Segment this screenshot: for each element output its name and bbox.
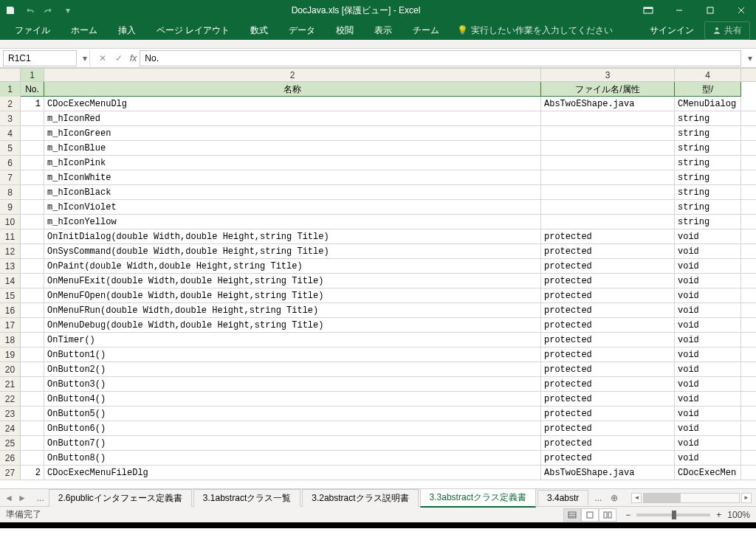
header-type[interactable]: 型/ <box>675 82 741 97</box>
row-header[interactable]: 27 <box>0 466 21 480</box>
ribbon-tab-file[interactable]: ファイル <box>6 21 59 40</box>
row-header[interactable]: 11 <box>0 229 21 243</box>
cell-type[interactable]: string <box>675 111 741 125</box>
cell-file[interactable]: protected <box>541 451 675 465</box>
name-box[interactable]: R1C1 <box>3 50 77 66</box>
cell-type[interactable]: void <box>675 288 741 302</box>
row-header[interactable]: 17 <box>0 318 21 332</box>
cell-no[interactable] <box>21 274 44 288</box>
formula-input[interactable]: No. <box>140 50 741 66</box>
select-all-corner[interactable] <box>0 69 21 81</box>
zoom-slider[interactable] <box>636 513 710 516</box>
cell-name[interactable]: m_hIconPink <box>44 156 541 170</box>
row-header[interactable]: 14 <box>0 274 21 288</box>
scroll-right-icon[interactable]: ► <box>741 493 752 503</box>
ribbon-tab-formulas[interactable]: 数式 <box>241 21 277 40</box>
horizontal-scrollbar[interactable]: ◄ ► <box>631 493 752 503</box>
cell-name[interactable]: OnButton7() <box>44 436 541 450</box>
row-header[interactable]: 25 <box>0 436 21 450</box>
cell-no[interactable] <box>21 170 44 184</box>
cell-name[interactable]: OnButton2() <box>44 362 541 376</box>
scroll-track[interactable] <box>643 493 740 503</box>
cell-name[interactable]: OnInitDialog(double Width,double Height,… <box>44 229 541 243</box>
cell-no[interactable] <box>21 377 44 391</box>
row-header[interactable]: 6 <box>0 156 21 170</box>
qat-dropdown-icon[interactable]: ▾ <box>62 4 74 16</box>
cell-file[interactable]: protected <box>541 421 675 435</box>
zoom-in-icon[interactable]: + <box>716 510 721 520</box>
zoom-thumb[interactable] <box>672 511 676 519</box>
cell-name[interactable]: OnButton1() <box>44 347 541 362</box>
cell-no[interactable] <box>21 318 44 332</box>
cell-type[interactable]: void <box>675 392 741 406</box>
tell-me[interactable]: 💡 実行したい作業を入力してください <box>457 24 613 37</box>
cell-no[interactable] <box>21 362 44 376</box>
cell-no[interactable] <box>21 303 44 317</box>
ribbon-options-icon[interactable] <box>638 3 659 18</box>
cell-no[interactable] <box>21 436 44 450</box>
ribbon-tab-insert[interactable]: 挿入 <box>109 21 145 40</box>
cell-name[interactable]: OnMenuFRun(double Width,double Height,st… <box>44 303 541 317</box>
cell-file[interactable]: protected <box>541 244 675 258</box>
share-button[interactable]: 共有 <box>704 21 750 40</box>
cell-type[interactable]: void <box>675 451 741 465</box>
cell-file[interactable]: protected <box>541 229 675 243</box>
row-header[interactable]: 7 <box>0 170 21 184</box>
cell-name[interactable]: OnTimer() <box>44 333 541 347</box>
cell-file[interactable] <box>541 200 675 214</box>
cell-type[interactable]: void <box>675 229 741 243</box>
cell-name[interactable]: OnButton3() <box>44 377 541 391</box>
cell-name[interactable]: OnMenuFExit(double Width,double Height,s… <box>44 274 541 288</box>
cell-type[interactable]: CMenuDialog <box>675 97 741 111</box>
cell-no[interactable] <box>21 259 44 273</box>
ribbon-tab-home[interactable]: ホーム <box>62 21 106 40</box>
cell-no[interactable] <box>21 421 44 435</box>
tab-next-icon[interactable]: ► <box>18 493 27 503</box>
cell-file[interactable]: protected <box>541 288 675 302</box>
cell-no[interactable] <box>21 126 44 140</box>
cell-type[interactable]: string <box>675 170 741 184</box>
sheet-tab-active[interactable]: 3.3abstractクラス定義書 <box>420 488 536 508</box>
row-header[interactable]: 8 <box>0 185 21 199</box>
row-header[interactable]: 15 <box>0 288 21 302</box>
cell-type[interactable]: string <box>675 200 741 214</box>
scroll-left-icon[interactable]: ◄ <box>631 493 642 503</box>
ribbon-tab-review[interactable]: 校閲 <box>327 21 362 40</box>
cell-file[interactable]: protected <box>541 347 675 362</box>
cell-file[interactable] <box>541 156 675 170</box>
ribbon-tab-data[interactable]: データ <box>280 21 324 40</box>
cell-name[interactable]: m_hIconViolet <box>44 200 541 214</box>
sheet-tab[interactable]: 3.4abstr <box>537 490 588 505</box>
cell-file[interactable] <box>541 126 675 140</box>
cell-type[interactable]: void <box>675 377 741 391</box>
row-header[interactable]: 4 <box>0 126 21 140</box>
cell-file[interactable]: protected <box>541 318 675 332</box>
cell-no[interactable]: 2 <box>21 466 44 480</box>
cell-file[interactable]: protected <box>541 274 675 288</box>
save-icon[interactable] <box>4 4 16 16</box>
cell-file[interactable]: AbsTwoEShape.java <box>541 466 675 480</box>
row-header[interactable]: 18 <box>0 333 21 347</box>
cell-type[interactable]: string <box>675 215 741 229</box>
row-header[interactable]: 13 <box>0 259 21 273</box>
col-header[interactable]: 3 <box>541 69 675 81</box>
enter-formula-icon[interactable]: ✓ <box>111 50 127 66</box>
header-name[interactable]: 名称 <box>44 82 541 97</box>
cell-type[interactable]: CDocExecMen <box>675 466 741 480</box>
cell-type[interactable]: void <box>675 274 741 288</box>
cell-no[interactable] <box>21 215 44 229</box>
col-header[interactable]: 1 <box>21 69 44 81</box>
maximize-icon[interactable] <box>700 3 721 18</box>
name-box-dropdown-icon[interactable]: ▾ <box>80 50 90 66</box>
row-header[interactable]: 9 <box>0 200 21 214</box>
cell-file[interactable]: protected <box>541 362 675 376</box>
scroll-thumb[interactable] <box>644 494 681 502</box>
cell-no[interactable] <box>21 407 44 421</box>
cell-type[interactable]: void <box>675 303 741 317</box>
cell-name[interactable]: m_hIconRed <box>44 111 541 125</box>
row-header[interactable]: 23 <box>0 407 21 421</box>
sheet-tab[interactable]: 3.1abstractクラス一覧 <box>193 489 300 507</box>
cell-file[interactable]: protected <box>541 392 675 406</box>
cell-file[interactable] <box>541 170 675 184</box>
cell-file[interactable]: protected <box>541 333 675 347</box>
